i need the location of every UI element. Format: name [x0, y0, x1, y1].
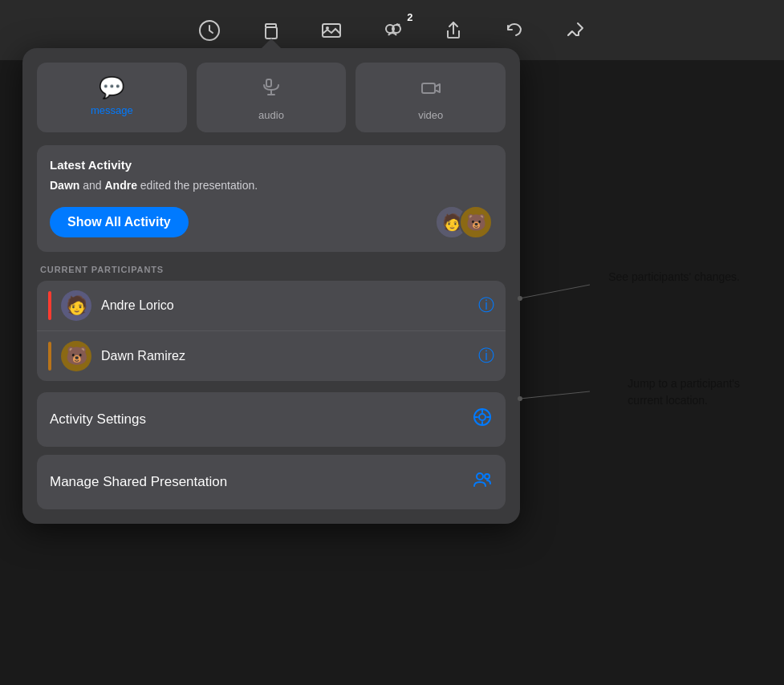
callout-1-text: See participants' changes. [608, 270, 740, 283]
participants-section-label: CURRENT PARTICIPANTS [37, 265, 506, 274]
comm-buttons-row: 💬 message audio video [37, 63, 506, 132]
message-label: message [91, 104, 133, 116]
svg-line-7 [568, 31, 572, 35]
svg-line-21 [520, 391, 590, 399]
pin-icon[interactable] [561, 16, 590, 45]
video-label: video [418, 109, 443, 121]
callout-1: See participants' changes. [608, 269, 740, 286]
photo-icon[interactable] [317, 16, 346, 45]
svg-point-12 [479, 414, 485, 420]
video-icon [420, 77, 442, 103]
manage-shared-label: Manage Shared Presentation [50, 474, 227, 490]
activity-avatars: 🧑 🐻 [435, 205, 493, 239]
participant-name-2: Dawn Ramirez [101, 349, 469, 363]
video-button[interactable]: video [355, 63, 506, 132]
participant-avatar-1: 🧑 [61, 290, 91, 321]
participant-avatar-2: 🐻 [61, 341, 91, 371]
activity-person1: Dawn [50, 179, 79, 192]
svg-point-17 [477, 473, 483, 480]
clock-icon[interactable] [195, 16, 224, 45]
message-button[interactable]: 💬 message [37, 63, 187, 132]
activity-settings-icon [472, 407, 493, 432]
participants-list: 🧑 Andre Lorico ⓘ 🐻 Dawn Ramirez ⓘ [37, 281, 506, 381]
activity-suffix: edited the presentation. [137, 179, 258, 192]
activity-settings-row[interactable]: Activity Settings [37, 392, 506, 447]
callout-2: Jump to a participant'scurrent location. [628, 375, 740, 409]
participant-info-icon-1[interactable]: ⓘ [478, 294, 494, 316]
latest-activity-title: Latest Activity [50, 158, 493, 172]
audio-icon [260, 77, 282, 103]
popup-panel: 💬 message audio video [22, 48, 520, 524]
svg-point-6 [397, 23, 400, 26]
manage-shared-icon [472, 469, 493, 495]
svg-rect-10 [422, 83, 435, 93]
audio-label: audio [258, 109, 284, 121]
activity-description: Dawn and Andre edited the presentation. [50, 178, 493, 194]
participant-row[interactable]: 🐻 Dawn Ramirez ⓘ [37, 331, 506, 381]
avatar-person2: 🐻 [459, 205, 493, 239]
participant-name-1: Andre Lorico [101, 298, 469, 313]
activity-settings-label: Activity Settings [50, 411, 146, 428]
svg-line-19 [520, 285, 590, 298]
activity-person2: Andre [104, 179, 136, 192]
latest-activity-section: Latest Activity Dawn and Andre edited th… [37, 145, 506, 252]
message-icon: 💬 [99, 77, 124, 98]
participant-row[interactable]: 🧑 Andre Lorico ⓘ [37, 281, 506, 331]
participant-color-bar-1 [48, 291, 51, 320]
show-all-activity-button[interactable]: Show All Activity [50, 207, 189, 237]
collab-badge: 2 [407, 11, 412, 23]
undo-icon[interactable] [500, 16, 529, 45]
activity-actions-row: Show All Activity 🧑 🐻 [50, 205, 493, 239]
svg-point-3 [326, 26, 329, 30]
participant-info-icon-2[interactable]: ⓘ [478, 345, 494, 367]
svg-rect-1 [266, 27, 277, 39]
callout-2-text: Jump to a participant'scurrent location. [628, 377, 740, 407]
participants-section: CURRENT PARTICIPANTS 🧑 Andre Lorico ⓘ 🐻 … [37, 265, 506, 381]
participant-color-bar-2 [48, 342, 51, 371]
svg-point-18 [485, 474, 489, 479]
manage-shared-row[interactable]: Manage Shared Presentation [37, 455, 506, 509]
share-icon[interactable] [439, 16, 468, 45]
collab-icon[interactable]: 2 [378, 16, 407, 45]
audio-button[interactable]: audio [197, 63, 347, 132]
activity-conjunction: and [79, 179, 104, 192]
